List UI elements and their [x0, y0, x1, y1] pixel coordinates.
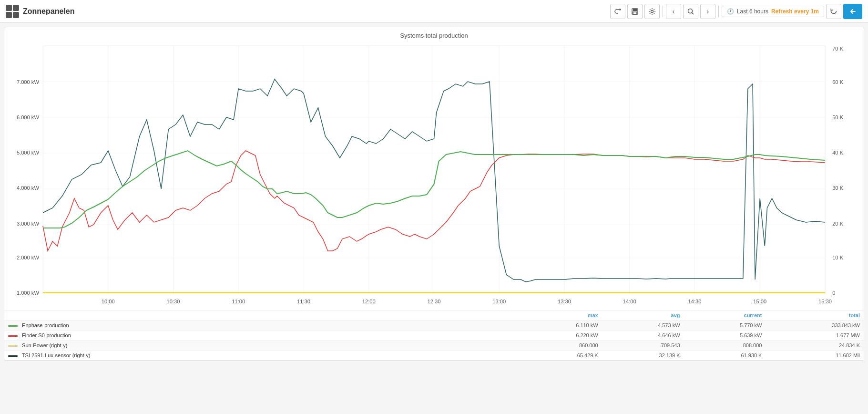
chart-svg: 7.000 kW 6.000 kW 5.000 kW 4.000 kW 3.00… — [4, 41, 864, 308]
legend-total: 24.834 K — [766, 341, 864, 351]
legend-max: 6.220 kW — [520, 331, 602, 341]
time-range-label: Last 6 hours — [737, 8, 768, 15]
toolbar-divider2 — [718, 6, 719, 17]
toolbar: ‹ › 🕐 Last 6 hours Refresh every 1m — [610, 4, 862, 19]
svg-text:2.000 kW: 2.000 kW — [17, 255, 40, 260]
legend-current: 5.770 kW — [684, 321, 766, 331]
svg-text:20 K: 20 K — [832, 221, 844, 227]
svg-text:7.000 kW: 7.000 kW — [17, 79, 40, 85]
legend-avg: 709.543 — [602, 341, 684, 351]
svg-text:13:30: 13:30 — [558, 299, 571, 304]
col-max: max — [520, 310, 602, 321]
app-logo-area: Zonnepanelen — [6, 5, 74, 18]
svg-text:0: 0 — [832, 290, 835, 296]
svg-text:10 K: 10 K — [832, 255, 844, 260]
svg-text:30 K: 30 K — [832, 185, 844, 191]
svg-text:11:30: 11:30 — [297, 299, 310, 304]
legend-row: Enphase-production 6.110 kW 4.573 kW 5.7… — [4, 321, 864, 331]
legend-item-name: Sun-Power (right-y) — [4, 341, 520, 351]
toolbar-divider — [663, 6, 663, 17]
legend-item-name: Enphase-production — [4, 321, 520, 331]
legend-item-name: Finder S0-production — [4, 331, 520, 341]
svg-text:3.000 kW: 3.000 kW — [17, 221, 40, 227]
legend-current: 61.930 K — [684, 351, 766, 361]
chevron-right-icon: › — [707, 8, 709, 15]
col-total: total — [766, 310, 864, 321]
svg-text:10:00: 10:00 — [102, 299, 115, 304]
svg-point-4 — [688, 9, 692, 13]
forward-button[interactable]: › — [700, 4, 715, 19]
go-back-button[interactable] — [843, 4, 862, 19]
chart-container: Systems total production — [4, 27, 864, 361]
legend-current: 808.000 — [684, 341, 766, 351]
svg-text:15:30: 15:30 — [818, 299, 832, 304]
legend-row: TSL2591-Lux-sensor (right-y) 65.429 K 32… — [4, 351, 864, 361]
legend-max: 6.110 kW — [520, 321, 602, 331]
chart-area[interactable]: 7.000 kW 6.000 kW 5.000 kW 4.000 kW 3.00… — [4, 41, 864, 308]
svg-text:70 K: 70 K — [832, 46, 844, 52]
time-range-pill[interactable]: 🕐 Last 6 hours Refresh every 1m — [722, 6, 824, 17]
legend-max: 65.429 K — [520, 351, 602, 361]
svg-point-3 — [651, 10, 653, 12]
zoom-button[interactable] — [683, 4, 698, 19]
svg-text:1.000 kW: 1.000 kW — [17, 290, 40, 296]
col-current: current — [684, 310, 766, 321]
svg-text:11:00: 11:00 — [232, 299, 245, 304]
svg-text:40 K: 40 K — [832, 150, 844, 155]
svg-text:10:30: 10:30 — [167, 299, 180, 304]
app-title: Zonnepanelen — [23, 7, 74, 16]
legend-current: 5.639 kW — [684, 331, 766, 341]
save-button[interactable] — [627, 4, 643, 19]
legend-avg: 4.573 kW — [602, 321, 684, 331]
svg-text:60 K: 60 K — [832, 79, 844, 85]
svg-text:4.000 kW: 4.000 kW — [17, 185, 40, 191]
legend-total: 11.602 Mil — [766, 351, 864, 361]
share-button[interactable] — [610, 4, 625, 19]
legend-table: max avg current total Enphase-production… — [4, 310, 864, 360]
logo-icon — [6, 5, 19, 18]
chevron-left-icon: ‹ — [673, 8, 675, 15]
refresh-label: Refresh every 1m — [771, 8, 819, 15]
top-bar: Zonnepanelen ‹ — [0, 0, 868, 23]
svg-text:14:30: 14:30 — [688, 299, 702, 304]
col-avg: avg — [602, 310, 684, 321]
legend-row: Finder S0-production 6.220 kW 4.646 kW 5… — [4, 331, 864, 341]
svg-text:14:00: 14:00 — [623, 299, 636, 304]
svg-text:12:30: 12:30 — [428, 299, 441, 304]
legend-row: Sun-Power (right-y) 860.000 709.543 808.… — [4, 341, 864, 351]
svg-text:50 K: 50 K — [832, 114, 844, 120]
svg-rect-1 — [633, 9, 637, 11]
legend-max: 860.000 — [520, 341, 602, 351]
legend-total: 1.677 MW — [766, 331, 864, 341]
svg-text:5.000 kW: 5.000 kW — [17, 150, 40, 155]
settings-button[interactable] — [644, 4, 660, 19]
back-button[interactable]: ‹ — [666, 4, 681, 19]
svg-text:6.000 kW: 6.000 kW — [17, 114, 40, 120]
chart-title: Systems total production — [4, 32, 864, 39]
legend-avg: 32.139 K — [602, 351, 684, 361]
legend-item-name: TSL2591-Lux-sensor (right-y) — [4, 351, 520, 361]
clock-icon: 🕐 — [727, 8, 734, 15]
svg-rect-2 — [633, 12, 637, 14]
svg-text:12:00: 12:00 — [362, 299, 376, 304]
svg-text:15:00: 15:00 — [753, 299, 766, 304]
legend-total: 333.843 kW — [766, 321, 864, 331]
app-logo: Zonnepanelen — [6, 5, 74, 18]
svg-line-5 — [692, 12, 694, 14]
svg-text:13:00: 13:00 — [492, 299, 506, 304]
legend-avg: 4.646 kW — [602, 331, 684, 341]
refresh-button[interactable] — [826, 4, 841, 19]
